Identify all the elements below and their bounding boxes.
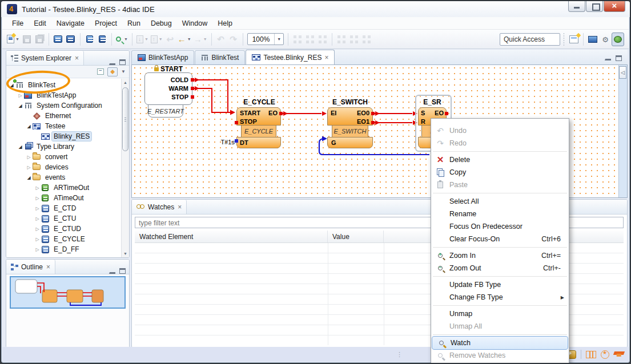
fb-cycle-data-section[interactable]: DT — [236, 137, 281, 148]
menu-navigate[interactable]: Navigate — [51, 18, 90, 29]
monitor-system-button[interactable] — [96, 33, 108, 46]
close-icon[interactable]: × — [324, 54, 328, 62]
event-pin-stop[interactable] — [191, 95, 194, 99]
tree-scrollbar[interactable]: ▲ ▼ — [121, 79, 129, 257]
minimize-button[interactable] — [568, 1, 585, 12]
expander-icon[interactable]: ◢ — [17, 144, 23, 149]
save-all-button[interactable] — [33, 33, 46, 46]
tree-item-blinktest[interactable]: ◢BlinkTest — [9, 80, 57, 90]
expander-icon[interactable]: ▷ — [34, 206, 41, 211]
menu-item-remove-watches[interactable]: Remove Watches — [431, 349, 569, 362]
quick-access-field[interactable]: Quick Access — [500, 33, 560, 46]
tab-outline[interactable]: Outline × — [6, 260, 55, 274]
tree-item-events[interactable]: ◢events — [26, 172, 67, 183]
view-menu-icon[interactable]: ▼ — [121, 69, 126, 74]
tree-item-e-ctud[interactable]: ▷E_CTUD — [34, 224, 83, 234]
layout-vertical-button[interactable] — [304, 33, 316, 46]
save-button[interactable] — [21, 33, 33, 46]
open-perspective-button[interactable] — [568, 33, 580, 46]
menu-item-rename[interactable]: Rename — [431, 208, 569, 220]
forward-button[interactable]: →▼ — [192, 33, 208, 46]
debug-perspective-button[interactable] — [612, 33, 624, 46]
align-center-button[interactable] — [348, 33, 360, 46]
palette-expand-button[interactable]: ◁ — [619, 66, 626, 79]
outline-thumbnail[interactable] — [10, 276, 126, 309]
data-pin-dt[interactable] — [235, 139, 238, 143]
event-pin-cold[interactable] — [191, 78, 194, 82]
menu-item-update-fb-type[interactable]: Update FB Type — [431, 278, 569, 291]
zoom-dropdown-button[interactable]: ▼ — [274, 34, 283, 45]
tab-system-explorer[interactable]: System Explorer × — [6, 51, 84, 65]
collapse-all-icon[interactable] — [97, 68, 104, 75]
event-pin-eo0[interactable] — [371, 112, 375, 115]
menu-item-unmap-all[interactable]: Unmap All — [431, 320, 569, 333]
expander-icon[interactable]: ◢ — [26, 175, 32, 180]
event-pin-eo[interactable] — [279, 112, 283, 115]
tab-blinktestapp[interactable]: BlinkTestApp — [131, 50, 194, 64]
expander-icon[interactable]: ▷ — [34, 196, 41, 201]
deploy-system-button[interactable] — [52, 33, 65, 46]
event-connection[interactable] — [194, 80, 412, 123]
fb-cycle-event-section[interactable]: START STOP EO — [236, 107, 281, 126]
menu-file[interactable]: File — [7, 18, 29, 29]
tree-item-e-ctu[interactable]: ▷E_CTU — [34, 213, 78, 224]
title-bar[interactable]: Tutorial - Testee.Blinky_RES - 4diac IDE — [1, 1, 630, 17]
close-button[interactable] — [604, 1, 625, 12]
back-button[interactable]: ←▼ — [176, 33, 192, 46]
expander-icon[interactable]: ▷ — [34, 227, 41, 232]
menu-item-clear-focus-on[interactable]: Clear Focus-OnCtrl+6 — [431, 233, 569, 245]
tree-item-atimeout[interactable]: ▷ATimeOut — [34, 193, 86, 203]
menu-item-paste[interactable]: Paste — [431, 179, 569, 191]
tree-item-e-d-ff[interactable]: ▷E_D_FF — [34, 244, 81, 254]
menu-run[interactable]: Run — [122, 18, 146, 29]
expander-icon[interactable]: ▷ — [34, 185, 41, 191]
tree-item-e-cycle[interactable]: ▷E_CYCLE — [34, 234, 87, 244]
tab-blinktest[interactable]: BlinkTest — [195, 50, 245, 64]
event-pin-sr-eo[interactable] — [445, 112, 448, 115]
fb-cycle-type-section[interactable]: E_CYCLE — [241, 126, 276, 137]
link-with-editor-icon[interactable] — [107, 67, 118, 76]
column-value[interactable]: Value — [328, 230, 384, 242]
column-watched-element[interactable]: Watched Element — [135, 230, 328, 242]
tree-item-convert[interactable]: ▷convert — [26, 152, 69, 162]
menu-item-undo[interactable]: ↶Undo — [431, 124, 569, 137]
maximize-view-icon[interactable] — [119, 268, 126, 274]
align-left-button[interactable] — [335, 33, 348, 46]
menu-item-delete[interactable]: ✕Delete — [431, 153, 569, 166]
fb-switch-event-section[interactable]: EI EO0 EO1 — [327, 107, 373, 126]
maximize-button[interactable] — [586, 1, 603, 12]
close-icon[interactable]: × — [178, 203, 182, 211]
minimize-view-icon[interactable] — [109, 269, 115, 274]
new-wizard-button[interactable]: ▼ — [6, 33, 21, 46]
menu-help[interactable]: Help — [212, 18, 238, 29]
fb-start-body[interactable]: COLD WARM STOP — [144, 72, 192, 105]
tree-item-blinktestapp[interactable]: ▷BlinkTestApp — [17, 90, 78, 100]
zoom-combo[interactable]: 100% ▼ — [247, 33, 284, 45]
tree-item-artimeout[interactable]: ▷ARTimeOut — [34, 183, 91, 193]
expander-icon[interactable]: ◢ — [26, 124, 32, 129]
menu-item-change-fb-type[interactable]: Change FB Type▶ — [431, 291, 569, 304]
tree-item-system-configuration[interactable]: ◢System Configuration — [17, 100, 104, 111]
menu-project[interactable]: Project — [90, 18, 122, 29]
minimize-view-icon[interactable] — [605, 55, 611, 60]
menu-item-redo[interactable]: ↷Redo — [431, 137, 569, 149]
undo-button[interactable]: ↶ — [215, 33, 227, 46]
menu-edit[interactable]: Edit — [29, 18, 51, 29]
tutorial-cap-icon[interactable] — [613, 351, 625, 355]
deploy-selection-button[interactable] — [65, 33, 77, 46]
menu-item-watch[interactable]: Watch — [432, 337, 568, 349]
tree-item-type-library[interactable]: ◢Type Library — [17, 141, 76, 152]
dt-value[interactable]: T#1s — [216, 138, 235, 147]
drag-handle-icon[interactable]: ⋮ — [396, 351, 403, 358]
expander-icon[interactable]: ▷ — [34, 237, 41, 242]
align-right-button[interactable] — [360, 33, 373, 46]
badge-icon[interactable] — [601, 350, 609, 359]
expander-icon[interactable]: ◢ — [17, 103, 23, 108]
tree-item-ethernet[interactable]: Ethernet — [26, 111, 73, 121]
minimize-view-icon[interactable] — [109, 60, 115, 65]
scroll-up-icon[interactable]: ▲ — [122, 79, 129, 86]
menu-item-unmap[interactable]: Unmap — [431, 308, 569, 320]
event-pin-warm[interactable] — [191, 87, 194, 90]
system-perspective-button[interactable] — [586, 33, 599, 46]
redo-button[interactable]: ↷ — [227, 33, 240, 46]
